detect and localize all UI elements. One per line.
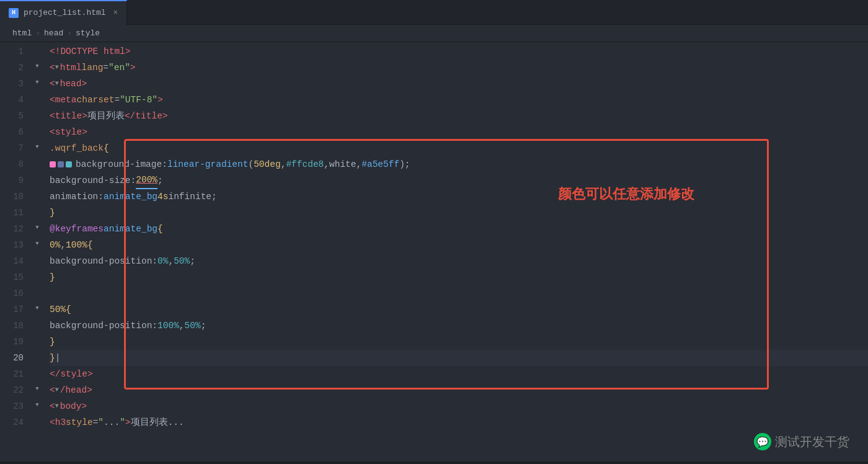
line-number-12: 12 xyxy=(0,221,31,237)
code-line-23: <▼body> xyxy=(50,398,868,414)
line-number-11: 11 xyxy=(0,205,31,221)
margin-13: ▼ xyxy=(31,236,43,252)
code-line-3: <▼head> xyxy=(50,76,868,92)
line-number-19: 19 xyxy=(0,334,31,350)
margin-12: ▼ xyxy=(31,220,43,236)
code-line-6: <style> xyxy=(50,124,868,140)
code-line-24: <h3 style="...">项目列表... xyxy=(50,414,868,431)
margin-5 xyxy=(31,107,43,123)
line-number-17: 17 xyxy=(0,301,31,318)
line-number-8: 8 xyxy=(0,156,31,172)
line-number-10: 10 xyxy=(0,189,31,205)
margin-22: ▼ xyxy=(31,381,43,397)
margin-6 xyxy=(31,123,43,139)
code-line-12: @keyframes animate_bg { xyxy=(50,221,868,237)
breadcrumb: html › head › style xyxy=(0,25,868,42)
margin-9 xyxy=(31,171,43,187)
code-line-14: background-position: 0%, 50%; xyxy=(50,253,868,269)
code-line-2: <▼html lang="en"> xyxy=(50,60,868,76)
code-line-11: } xyxy=(50,205,868,221)
breadcrumb-sep-2: › xyxy=(67,29,72,38)
margin-2: ▼ xyxy=(31,58,43,74)
margin-21 xyxy=(31,365,43,381)
margin-11 xyxy=(31,203,43,220)
line-number-20: 20 xyxy=(0,350,31,366)
margin-14 xyxy=(31,252,43,268)
line-number-4: 4 xyxy=(0,92,31,108)
breadcrumb-head[interactable]: head xyxy=(44,29,63,38)
margin-area: ▼▼▼▼▼▼▼▼ xyxy=(31,42,43,462)
line-numbers: 123456789101112131415161718192021222324 xyxy=(0,42,31,462)
code-line-5: <title>项目列表</title> xyxy=(50,108,868,124)
code-area[interactable]: <!DOCTYPE html> <▼html lang="en"> <▼head… xyxy=(43,42,868,462)
code-line-15: } xyxy=(50,269,868,285)
editor: 123456789101112131415161718192021222324 … xyxy=(0,42,868,462)
line-number-23: 23 xyxy=(0,398,31,414)
breadcrumb-style[interactable]: style xyxy=(76,29,100,38)
line-number-5: 5 xyxy=(0,108,31,124)
margin-24 xyxy=(31,413,43,429)
line-number-7: 7 xyxy=(0,140,31,156)
line-number-13: 13 xyxy=(0,237,31,253)
margin-17: ▼ xyxy=(31,300,43,316)
code-line-13: 0%, 100% { xyxy=(50,237,868,253)
margin-18 xyxy=(31,316,43,332)
watermark-text: 测试开发干货 xyxy=(775,434,849,450)
line-number-2: 2 xyxy=(0,60,31,76)
margin-8 xyxy=(31,155,43,171)
code-line-19: } xyxy=(50,334,868,350)
code-line-17: 50% { xyxy=(50,301,868,318)
breadcrumb-sep-1: › xyxy=(35,29,40,38)
code-line-4: <meta charset="UTF-8"> xyxy=(50,92,868,108)
wechat-icon: 💬 xyxy=(754,433,771,450)
code-line-22: <▼/head> xyxy=(50,382,868,398)
code-line-18: background-position: 100%, 50%; xyxy=(50,318,868,334)
line-number-9: 9 xyxy=(0,172,31,189)
file-tab[interactable]: H project_list.html × xyxy=(0,0,127,25)
code-line-9: background-size: 200%; xyxy=(50,172,868,189)
code-line-21: </style> xyxy=(50,366,868,382)
margin-1 xyxy=(31,42,43,58)
line-number-22: 22 xyxy=(0,382,31,398)
line-number-6: 6 xyxy=(0,124,31,140)
line-number-18: 18 xyxy=(0,318,31,334)
code-line-7: .wqrf_back{ xyxy=(50,140,868,156)
tab-bar: H project_list.html × xyxy=(0,0,868,25)
line-number-3: 3 xyxy=(0,76,31,92)
line-number-16: 16 xyxy=(0,285,31,301)
line-number-15: 15 xyxy=(0,269,31,285)
margin-23: ▼ xyxy=(31,397,43,413)
line-number-1: 1 xyxy=(0,43,31,60)
code-line-1: <!DOCTYPE html> xyxy=(50,43,868,60)
margin-3: ▼ xyxy=(31,74,43,91)
line-number-24: 24 xyxy=(0,414,31,431)
margin-15 xyxy=(31,268,43,284)
tab-filename: project_list.html xyxy=(24,8,106,17)
code-line-8: background-image: linear-gradient(50deg,… xyxy=(50,156,868,172)
margin-7: ▼ xyxy=(31,139,43,155)
code-line-16 xyxy=(50,285,868,301)
tab-close-button[interactable]: × xyxy=(113,9,118,17)
margin-10 xyxy=(31,187,43,203)
margin-4 xyxy=(31,91,43,107)
file-icon: H xyxy=(9,8,19,18)
code-line-10: animation: animate_bg 4s infinite; xyxy=(50,189,868,205)
breadcrumb-html[interactable]: html xyxy=(12,29,32,38)
line-number-21: 21 xyxy=(0,366,31,382)
margin-19 xyxy=(31,332,43,349)
watermark: 💬 测试开发干货 xyxy=(754,433,849,450)
code-line-20: }| xyxy=(50,350,868,366)
line-number-14: 14 xyxy=(0,253,31,269)
margin-16 xyxy=(31,284,43,300)
margin-20 xyxy=(31,349,43,365)
